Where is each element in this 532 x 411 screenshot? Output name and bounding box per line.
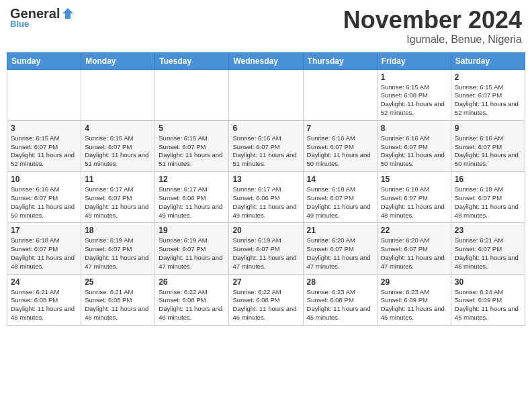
calendar-cell — [7, 69, 81, 120]
day-header-wednesday: Wednesday — [229, 52, 303, 69]
calendar-cell — [81, 69, 155, 120]
title-block: November 2024 Igumale, Benue, Nigeria — [343, 7, 522, 46]
day-number: 10 — [11, 175, 77, 184]
calendar-cell: 2Sunrise: 6:15 AMSunset: 6:07 PMDaylight… — [451, 69, 525, 120]
day-number: 7 — [307, 124, 373, 133]
day-number: 1 — [381, 73, 447, 82]
day-info: Sunrise: 6:18 AMSunset: 6:07 PMDaylight:… — [381, 185, 447, 220]
calendar-cell — [229, 69, 303, 120]
calendar-cell: 15Sunrise: 6:18 AMSunset: 6:07 PMDayligh… — [377, 172, 451, 223]
calendar-week-row: 3Sunrise: 6:15 AMSunset: 6:07 PMDaylight… — [7, 120, 525, 171]
day-number: 16 — [455, 175, 521, 184]
calendar-cell: 5Sunrise: 6:15 AMSunset: 6:07 PMDaylight… — [155, 120, 229, 171]
calendar-cell: 11Sunrise: 6:17 AMSunset: 6:07 PMDayligh… — [81, 172, 155, 223]
day-info: Sunrise: 6:17 AMSunset: 6:07 PMDaylight:… — [85, 185, 151, 220]
day-info: Sunrise: 6:16 AMSunset: 6:07 PMDaylight:… — [455, 134, 521, 169]
day-number: 6 — [232, 124, 299, 133]
day-number: 26 — [159, 277, 225, 287]
calendar-cell: 20Sunrise: 6:19 AMSunset: 6:07 PMDayligh… — [229, 223, 303, 274]
calendar-cell — [303, 69, 377, 120]
day-info: Sunrise: 6:17 AMSunset: 6:06 PMDaylight:… — [232, 185, 299, 220]
day-number: 28 — [307, 277, 373, 287]
location-title: Igumale, Benue, Nigeria — [343, 34, 522, 46]
calendar-cell: 4Sunrise: 6:15 AMSunset: 6:07 PMDaylight… — [81, 120, 155, 171]
day-info: Sunrise: 6:15 AMSunset: 6:08 PMDaylight:… — [381, 83, 447, 118]
logo-general-text: General — [10, 7, 60, 20]
day-number: 9 — [455, 124, 521, 133]
calendar-cell: 23Sunrise: 6:21 AMSunset: 6:07 PMDayligh… — [451, 223, 525, 274]
calendar-cell: 10Sunrise: 6:16 AMSunset: 6:07 PMDayligh… — [7, 172, 81, 223]
day-info: Sunrise: 6:15 AMSunset: 6:07 PMDaylight:… — [455, 83, 521, 118]
day-number: 17 — [11, 226, 77, 235]
day-info: Sunrise: 6:22 AMSunset: 6:08 PMDaylight:… — [159, 288, 225, 322]
day-number: 30 — [455, 277, 521, 287]
calendar-cell: 18Sunrise: 6:19 AMSunset: 6:07 PMDayligh… — [81, 223, 155, 274]
day-header-thursday: Thursday — [303, 52, 377, 69]
calendar-cell: 13Sunrise: 6:17 AMSunset: 6:06 PMDayligh… — [229, 172, 303, 223]
calendar-cell: 14Sunrise: 6:18 AMSunset: 6:07 PMDayligh… — [303, 172, 377, 223]
day-number: 27 — [232, 277, 299, 287]
day-header-saturday: Saturday — [451, 52, 525, 69]
day-info: Sunrise: 6:16 AMSunset: 6:07 PMDaylight:… — [11, 185, 77, 220]
day-info: Sunrise: 6:24 AMSunset: 6:09 PMDaylight:… — [455, 288, 521, 322]
day-info: Sunrise: 6:21 AMSunset: 6:08 PMDaylight:… — [11, 288, 77, 322]
day-number: 23 — [455, 226, 521, 235]
day-info: Sunrise: 6:21 AMSunset: 6:07 PMDaylight:… — [455, 236, 521, 271]
calendar-week-row: 10Sunrise: 6:16 AMSunset: 6:07 PMDayligh… — [7, 172, 525, 223]
day-info: Sunrise: 6:20 AMSunset: 6:07 PMDaylight:… — [307, 236, 373, 271]
day-info: Sunrise: 6:21 AMSunset: 6:08 PMDaylight:… — [85, 288, 151, 322]
page-header: General Blue November 2024 Igumale, Benu… — [7, 7, 525, 46]
day-info: Sunrise: 6:15 AMSunset: 6:07 PMDaylight:… — [159, 134, 225, 169]
svg-marker-0 — [62, 8, 73, 19]
calendar-cell: 27Sunrise: 6:22 AMSunset: 6:08 PMDayligh… — [229, 274, 303, 325]
day-number: 11 — [85, 175, 151, 184]
logo-blue-text: Blue — [10, 19, 29, 29]
calendar-header-row: SundayMondayTuesdayWednesdayThursdayFrid… — [7, 52, 525, 69]
calendar-week-row: 1Sunrise: 6:15 AMSunset: 6:08 PMDaylight… — [7, 69, 525, 120]
day-number: 29 — [381, 277, 447, 287]
day-number: 13 — [232, 175, 299, 184]
calendar-week-row: 17Sunrise: 6:18 AMSunset: 6:07 PMDayligh… — [7, 223, 525, 274]
day-info: Sunrise: 6:16 AMSunset: 6:07 PMDaylight:… — [232, 134, 299, 169]
calendar-cell: 6Sunrise: 6:16 AMSunset: 6:07 PMDaylight… — [229, 120, 303, 171]
day-info: Sunrise: 6:18 AMSunset: 6:07 PMDaylight:… — [307, 185, 373, 220]
day-info: Sunrise: 6:15 AMSunset: 6:07 PMDaylight:… — [85, 134, 151, 169]
day-info: Sunrise: 6:22 AMSunset: 6:08 PMDaylight:… — [232, 288, 299, 322]
day-info: Sunrise: 6:16 AMSunset: 6:07 PMDaylight:… — [307, 134, 373, 169]
day-info: Sunrise: 6:15 AMSunset: 6:07 PMDaylight:… — [11, 134, 77, 169]
calendar-cell: 25Sunrise: 6:21 AMSunset: 6:08 PMDayligh… — [81, 274, 155, 325]
day-number: 5 — [159, 124, 225, 133]
day-number: 2 — [455, 73, 521, 82]
calendar-cell: 12Sunrise: 6:17 AMSunset: 6:06 PMDayligh… — [155, 172, 229, 223]
day-info: Sunrise: 6:19 AMSunset: 6:07 PMDaylight:… — [85, 236, 151, 271]
day-number: 8 — [381, 124, 447, 133]
logo: General Blue — [10, 7, 75, 29]
day-header-friday: Friday — [377, 52, 451, 69]
day-info: Sunrise: 6:18 AMSunset: 6:07 PMDaylight:… — [11, 236, 77, 271]
calendar-cell: 1Sunrise: 6:15 AMSunset: 6:08 PMDaylight… — [377, 69, 451, 120]
day-number: 24 — [11, 277, 77, 287]
day-number: 14 — [307, 175, 373, 184]
day-number: 20 — [232, 226, 299, 235]
calendar-cell — [155, 69, 229, 120]
calendar-cell: 29Sunrise: 6:23 AMSunset: 6:09 PMDayligh… — [377, 274, 451, 325]
day-info: Sunrise: 6:23 AMSunset: 6:08 PMDaylight:… — [307, 288, 373, 322]
day-info: Sunrise: 6:16 AMSunset: 6:07 PMDaylight:… — [381, 134, 447, 169]
day-header-monday: Monday — [81, 52, 155, 69]
day-number: 21 — [307, 226, 373, 235]
calendar-cell: 3Sunrise: 6:15 AMSunset: 6:07 PMDaylight… — [7, 120, 81, 171]
month-title: November 2024 — [343, 7, 522, 34]
day-number: 4 — [85, 124, 151, 133]
day-info: Sunrise: 6:19 AMSunset: 6:07 PMDaylight:… — [159, 236, 225, 271]
day-number: 22 — [381, 226, 447, 235]
calendar-cell: 16Sunrise: 6:18 AMSunset: 6:07 PMDayligh… — [451, 172, 525, 223]
calendar-cell: 17Sunrise: 6:18 AMSunset: 6:07 PMDayligh… — [7, 223, 81, 274]
calendar-cell: 19Sunrise: 6:19 AMSunset: 6:07 PMDayligh… — [155, 223, 229, 274]
calendar-cell: 8Sunrise: 6:16 AMSunset: 6:07 PMDaylight… — [377, 120, 451, 171]
day-number: 19 — [159, 226, 225, 235]
calendar-cell: 26Sunrise: 6:22 AMSunset: 6:08 PMDayligh… — [155, 274, 229, 325]
day-info: Sunrise: 6:18 AMSunset: 6:07 PMDaylight:… — [455, 185, 521, 220]
calendar-cell: 24Sunrise: 6:21 AMSunset: 6:08 PMDayligh… — [7, 274, 81, 325]
day-number: 18 — [85, 226, 151, 235]
day-info: Sunrise: 6:23 AMSunset: 6:09 PMDaylight:… — [381, 288, 447, 322]
